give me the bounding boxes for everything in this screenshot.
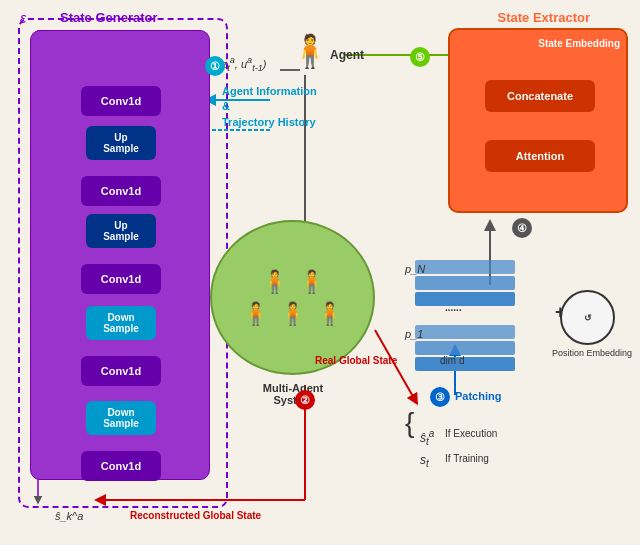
person-icon-5: 🧍 xyxy=(316,301,343,327)
concatenate-block: Concatenate xyxy=(485,80,595,112)
if-training-label: If Training xyxy=(445,453,489,464)
agent-info-line3: Trajectory History xyxy=(222,116,316,128)
down-sample-block-1: DownSample xyxy=(86,306,156,340)
person-icon-2: 🧍 xyxy=(298,269,325,295)
conv1d-block-3: Conv1d xyxy=(81,264,161,294)
state-extractor-box: State Embedding Concatenate Attention xyxy=(448,28,628,213)
attention-block: Attention xyxy=(485,140,595,172)
p1-label: p_1 xyxy=(405,328,423,340)
pN-stack xyxy=(415,260,515,308)
person-icon-4: 🧍 xyxy=(279,301,306,327)
down-sample-block-2: DownSample xyxy=(86,401,156,435)
state-embedding-label: State Embedding xyxy=(538,38,620,49)
patching-label: Patching xyxy=(455,390,501,402)
conv1d-block-1: Conv1d xyxy=(81,86,161,116)
badge-5: ⑤ xyxy=(410,47,430,67)
badge-4: ④ xyxy=(512,218,532,238)
if-execution-label: If Execution xyxy=(445,428,497,439)
agent-input-label: (zta, uat-1) xyxy=(218,55,267,73)
dots-label: ...... xyxy=(445,302,462,313)
st-label: st xyxy=(420,453,429,469)
agent-info-text: Agent Information & Trajectory History xyxy=(222,84,317,130)
purple-inner-box: Conv1d UpSample Conv1d UpSample Conv1d D… xyxy=(30,30,210,480)
agent-info-amp: & xyxy=(222,100,230,112)
person-icon-1: 🧍 xyxy=(261,269,288,295)
badge-3: ③ xyxy=(430,387,450,407)
sg-label: S_g xyxy=(471,32,495,47)
real-global-state-label: Real Global State xyxy=(315,355,397,366)
position-embedding-label: Position Embedding xyxy=(552,348,632,358)
person-icon-3: 🧍 xyxy=(242,301,269,327)
agent-info-line1: Agent Information xyxy=(222,85,317,97)
hat-sk-label: ŝ_k^a xyxy=(55,510,83,522)
svg-text:{: { xyxy=(405,407,414,438)
conv1d-block-2: Conv1d xyxy=(81,176,161,206)
badge-1: ① xyxy=(205,56,225,76)
epsilon-label: ε xyxy=(20,10,26,26)
dim-d-label: dim d xyxy=(440,355,464,366)
state-generator-label: State Generator xyxy=(60,10,158,25)
hat-st-label: ŝta xyxy=(420,428,434,447)
p1-stack xyxy=(415,325,515,373)
persons-row-1: 🧍 🧍 xyxy=(261,269,325,295)
diagram-container: + { ε State Generator Conv1d UpSample Co… xyxy=(0,0,640,545)
up-sample-block-1: UpSample xyxy=(86,126,156,160)
agent-figure: 🧍 xyxy=(290,32,330,70)
position-embedding-circle: ↺ xyxy=(560,290,615,345)
conv1d-block-4: Conv1d xyxy=(81,356,161,386)
multi-agent-label: Multi-AgentSystem xyxy=(218,382,368,406)
pN-label: p_N xyxy=(405,263,425,275)
state-extractor-label: State Extractor xyxy=(498,10,590,25)
multi-agent-circle: 🧍 🧍 🧍 🧍 🧍 xyxy=(210,220,375,375)
agent-label: Agent xyxy=(330,48,364,62)
up-sample-block-2: UpSample xyxy=(86,214,156,248)
conv1d-block-5: Conv1d xyxy=(81,451,161,481)
reconstructed-global-state-label: Reconstructed Global State xyxy=(130,510,261,521)
persons-row-2: 🧍 🧍 🧍 xyxy=(242,301,343,327)
badge-2: ② xyxy=(295,390,315,410)
